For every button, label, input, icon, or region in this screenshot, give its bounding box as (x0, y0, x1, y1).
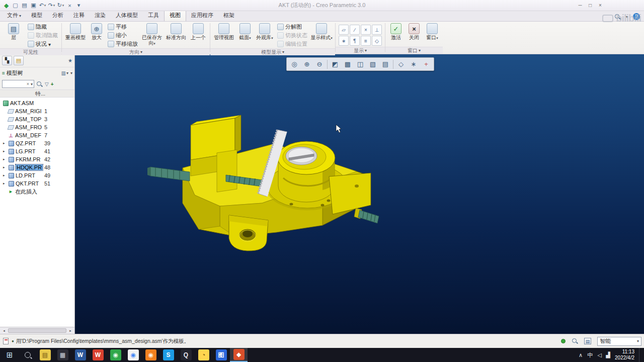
save-icon[interactable]: ▣ (29, 2, 38, 10)
zoom-in-button[interactable]: ⊕ 放大 (88, 23, 105, 40)
message-log-icon[interactable] (3, 338, 9, 344)
tree-item-datum[interactable]: ASM_RIGI1 (0, 107, 74, 115)
orientation-group-label[interactable]: 方向▾ (62, 48, 210, 55)
tree-item-datum[interactable]: ASM_FRO5 (0, 123, 74, 131)
pan-zoom-button[interactable]: 平移缩放 (106, 40, 139, 48)
start-button[interactable]: ⊞ (0, 348, 19, 362)
previous-view-button[interactable]: 上一个 (189, 23, 208, 40)
expand-icon[interactable]: ▸ (3, 165, 7, 169)
expand-icon[interactable]: ▸ (3, 141, 7, 145)
tab-render[interactable]: 渲染 (90, 10, 111, 21)
activate-button[interactable]: ✓ 激活 (387, 23, 405, 40)
tray-volume-icon[interactable]: ◁ (597, 352, 601, 358)
toggle-state-button[interactable]: 切换状态 (276, 31, 309, 40)
taskbar-app[interactable]: 图 (212, 348, 230, 362)
tree-item-part[interactable]: ▸ LD.PRT49 (0, 171, 74, 179)
tree-item-part[interactable]: ▸ LG.PRT41 (0, 147, 74, 155)
find-icon[interactable] (36, 81, 43, 87)
status-button[interactable]: 状况▾ (26, 40, 59, 48)
tray-up-icon[interactable]: ∧ (579, 352, 583, 358)
saved-orientations-icon[interactable]: ▧ (367, 59, 379, 70)
tab-applications[interactable]: 应用程序 (186, 10, 218, 21)
zoom-region-icon[interactable]: ◎ (288, 59, 300, 70)
taskbar-app[interactable]: W (71, 348, 89, 362)
taskbar-app[interactable]: W (89, 348, 107, 362)
appearances-button[interactable]: 外观库▾ (255, 23, 275, 41)
window-group-label[interactable]: 窗口▾ (385, 47, 443, 54)
scroll-right-icon[interactable]: ▸ (67, 329, 73, 333)
graphics-viewport[interactable]: ◎ ⊕ ⊖ ◩ ▩ ◫ ▧ ▤ ◇ ∗ + (75, 54, 644, 334)
tree-item-part-selected[interactable]: ▸ HDQK.PR48 (0, 163, 74, 171)
add-filter-icon[interactable]: + (51, 81, 54, 87)
display-style-icon[interactable]: ◫ (354, 59, 366, 70)
taskbar-app[interactable]: S (159, 348, 177, 362)
tab-manikin[interactable]: 人体模型 (111, 10, 143, 21)
explode-view-button[interactable]: 分解图 (276, 23, 309, 31)
model-tree-tab-icon[interactable]: ▚ (2, 56, 12, 65)
display-style-button[interactable]: 显示样式▾ (310, 23, 333, 41)
scrollbar-thumb[interactable] (8, 328, 66, 333)
point-display-toggle[interactable]: × (361, 25, 371, 35)
tab-view[interactable]: 视图 (164, 10, 186, 21)
csys-display-toggle[interactable]: ⊥ (372, 25, 382, 35)
folder-browser-tab-icon[interactable]: ▤ (14, 56, 24, 65)
taskbar-app-active[interactable]: ◆ (230, 348, 248, 362)
spin-center-toggle[interactable]: ∗ (339, 36, 349, 46)
taskbar-app[interactable]: ◉ (124, 348, 142, 362)
customize-qat-icon[interactable]: ▾ (74, 2, 83, 10)
expand-icon[interactable]: ▸ (3, 182, 7, 186)
tree-horizontal-scrollbar[interactable]: ◂ ▸ (0, 327, 74, 334)
tree-settings-icon[interactable]: ▾ (70, 71, 72, 75)
tab-analysis[interactable]: 分析 (47, 10, 68, 21)
minimize-button[interactable]: ─ (576, 1, 585, 9)
tab-framework[interactable]: 框架 (218, 10, 239, 21)
tree-filter-combo[interactable]: × ▾ (2, 80, 34, 88)
zoom-out-icon[interactable]: ⊖ (313, 59, 326, 70)
annotation-display-icon[interactable]: ∗ (408, 59, 420, 70)
favorites-icon[interactable]: ★ (68, 58, 72, 63)
expand-icon[interactable]: ▸ (3, 157, 7, 161)
clipboard-icon[interactable]: ▤ (584, 338, 591, 344)
taskbar-app[interactable]: Q (177, 348, 195, 362)
new-file-icon[interactable]: ▢ (11, 2, 20, 10)
manage-views-button[interactable]: 管理视图 (212, 23, 235, 40)
tree-columns-icon[interactable]: ▥▾ (61, 70, 68, 76)
vise-assembly-model[interactable] (75, 54, 644, 334)
search-tool-icon[interactable] (572, 338, 578, 344)
taskbar-app[interactable]: ▤ (36, 348, 54, 362)
taskbar-app[interactable]: ◔ (195, 348, 212, 362)
expand-icon[interactable]: ▸ (3, 173, 7, 177)
tab-tools[interactable]: 工具 (143, 10, 164, 21)
show-group-label[interactable]: 显示▾ (336, 47, 385, 54)
taskbar-clock[interactable]: 11:13 2022/4/2 (615, 349, 634, 361)
scroll-left-icon[interactable]: ◂ (1, 329, 7, 333)
close-window-icon[interactable]: × (65, 2, 74, 10)
close-button[interactable]: × (596, 1, 605, 9)
zoom-in-icon[interactable]: ⊕ (301, 59, 313, 70)
filter-funnel-icon[interactable]: ▽ (45, 81, 49, 87)
tree-column-header[interactable]: 特... (0, 89, 74, 98)
windows-button[interactable]: 窗口▾ (424, 23, 441, 41)
layers-button[interactable]: ▤ 层 (2, 23, 25, 40)
taskbar-search-icon[interactable] (19, 348, 36, 362)
taskbar-app[interactable]: ◉ (107, 348, 124, 362)
tab-model[interactable]: 模型 (26, 10, 47, 21)
zoom-out-button[interactable]: 缩小 (106, 31, 139, 40)
edit-position-button[interactable]: 编辑位置 (276, 40, 309, 48)
taskbar-app[interactable]: ▦ (54, 348, 71, 362)
pan-button[interactable]: 平移 (106, 23, 139, 31)
model-display-group-label[interactable]: 模型显示▾ (210, 48, 335, 55)
repaint-icon[interactable]: ▩ (342, 59, 354, 70)
undo-icon[interactable]: ↶▾ (38, 2, 47, 10)
notes-display-toggle[interactable]: ≡ (361, 36, 371, 46)
tab-annotate[interactable]: 注释 (68, 10, 90, 21)
standard-orientation-button[interactable]: 标准方向 (165, 23, 188, 40)
taskbar-app[interactable]: ◉ (142, 348, 159, 362)
show-desktop-button[interactable] (639, 348, 641, 362)
clear-filter-icon[interactable]: × (27, 81, 29, 86)
tree-item-part[interactable]: ▸ QZ.PRT39 (0, 139, 74, 147)
hide-button[interactable]: 隐藏 (26, 23, 59, 31)
selection-filter-combo[interactable]: 智能 ▾ (597, 337, 641, 346)
help-icon[interactable]: ? (633, 13, 640, 20)
plane-display-toggle[interactable]: ▱ (339, 25, 349, 35)
